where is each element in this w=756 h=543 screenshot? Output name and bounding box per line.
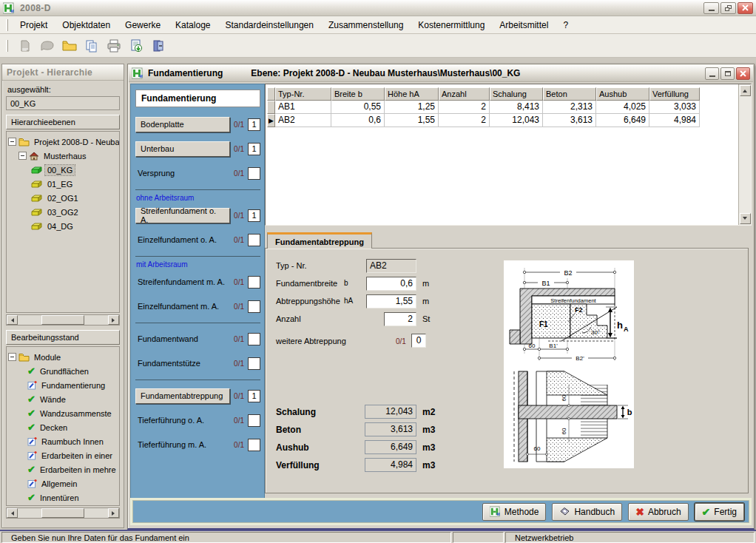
scroll-left-icon[interactable] xyxy=(7,508,18,518)
table-cell[interactable]: 0,55 xyxy=(331,101,385,114)
bodenplatte-button[interactable]: Bodenplatte xyxy=(135,117,230,132)
menu-help[interactable]: ? xyxy=(556,18,576,33)
versprung-label[interactable]: Versprung xyxy=(135,169,230,178)
open-folder-icon[interactable] xyxy=(60,36,79,55)
menu-zusammenstellung[interactable]: Zusammenstellung xyxy=(321,18,411,33)
tieferfuehrung-oa-label[interactable]: Tieferführung o. A. xyxy=(135,416,230,425)
scroll-left-icon[interactable] xyxy=(7,315,18,325)
handbuch-button[interactable]: Handbuch xyxy=(552,503,622,521)
fundamentwand-count-box[interactable] xyxy=(248,333,260,345)
tab-fundamentabtreppung[interactable]: Fundamentabtreppung xyxy=(267,232,372,249)
scroll-down-icon[interactable] xyxy=(740,213,751,224)
toolbar-grip[interactable] xyxy=(6,40,8,52)
unterbau-button[interactable]: Unterbau xyxy=(135,141,230,157)
tree-item-02-og1[interactable]: 02_OG1 xyxy=(8,191,118,205)
export-icon[interactable] xyxy=(126,36,146,55)
table-cell[interactable]: 1,55 xyxy=(385,114,439,127)
app-restore-button[interactable] xyxy=(720,2,736,14)
column-header-anzahl[interactable]: Anzahl xyxy=(439,87,490,101)
collapse-icon[interactable] xyxy=(18,152,27,160)
module-item-allgemein[interactable]: Allgemein xyxy=(8,476,118,490)
module-minimize-button[interactable] xyxy=(705,67,719,80)
module-item-decken[interactable]: ✔ Decken xyxy=(8,420,118,434)
module-item-erdarbeiten-1[interactable]: Erdarbeiten in einer xyxy=(8,448,118,462)
streifenfundament-ma-count-box[interactable] xyxy=(248,276,260,289)
fundamentabtreppung-count-box[interactable]: 1 xyxy=(248,390,260,402)
module-item-innentueren[interactable]: ✔ Innentüren xyxy=(8,490,118,505)
table-cell[interactable]: AB2 xyxy=(275,114,331,127)
einzelfundament-oa-label[interactable]: Einzelfundament o. A. xyxy=(135,235,230,244)
menubar-grip[interactable] xyxy=(6,19,8,31)
column-header-aushub[interactable]: Aushub xyxy=(596,87,649,101)
column-header-beton[interactable]: Beton xyxy=(543,87,596,101)
scrollbar-thumb[interactable] xyxy=(41,315,84,325)
unterbau-count-box[interactable]: 1 xyxy=(248,143,260,155)
tree-item-04-dg[interactable]: 04_DG xyxy=(8,219,118,233)
column-header-typ-nr[interactable]: Typ-Nr. xyxy=(275,87,331,101)
einzelfundament-oa-count-box[interactable] xyxy=(248,234,260,246)
menu-standardeinstellungen[interactable]: Standardeinstellungen xyxy=(217,18,320,33)
progress-tree-hscrollbar[interactable] xyxy=(6,507,120,519)
table-cell[interactable]: 8,413 xyxy=(490,101,543,114)
tree-item-musterhaus[interactable]: Musterhaus xyxy=(8,149,118,163)
new-document-icon[interactable] xyxy=(16,36,35,55)
table-cell[interactable]: 12,043 xyxy=(490,114,543,127)
progress-panel-title[interactable]: Bearbeitungsstand xyxy=(6,330,120,345)
table-cell[interactable]: 6,649 xyxy=(596,114,649,127)
tree-item-project[interactable]: Projekt 2008-D - Neubau xyxy=(8,135,118,149)
table-cell[interactable]: 3,613 xyxy=(543,114,596,127)
column-header-hoehe[interactable]: Höhe hA xyxy=(385,87,439,101)
table-cell[interactable]: 3,033 xyxy=(649,101,700,114)
table-cell[interactable]: 2 xyxy=(439,101,490,114)
app-minimize-button[interactable] xyxy=(703,2,719,14)
fundamentbreite-input[interactable]: 0,6 xyxy=(366,277,416,291)
module-item-grundflaechen[interactable]: ✔ Grundflächen xyxy=(8,364,118,378)
scrollbar-thumb[interactable] xyxy=(41,508,84,518)
scroll-up-icon[interactable] xyxy=(740,85,751,96)
table-cell[interactable]: 0,6 xyxy=(331,114,385,127)
tree-item-01-eg[interactable]: 01_EG xyxy=(8,177,118,191)
methode-button[interactable]: M Methode xyxy=(482,503,547,521)
app-close-button[interactable] xyxy=(738,2,753,14)
fertig-button[interactable]: ✔ Fertig xyxy=(695,503,744,521)
abbruch-button[interactable]: ✖ Abbruch xyxy=(628,503,688,521)
table-vscrollbar[interactable] xyxy=(738,84,751,225)
fundamentabtreppung-button[interactable]: Fundamentabtreppung xyxy=(135,388,230,404)
menu-objektdaten[interactable]: Objektdaten xyxy=(55,18,118,33)
hierarchy-levels-button[interactable]: Hierarchieebenen xyxy=(6,115,120,129)
einzelfundament-ma-count-box[interactable] xyxy=(248,300,260,313)
streifenfundament-ma-label[interactable]: Streifenfundament m. A. xyxy=(135,277,230,286)
hierarchy-tree-hscrollbar[interactable] xyxy=(6,314,120,326)
bodenplatte-count-box[interactable]: 1 xyxy=(248,118,260,131)
table-cell[interactable]: 2,313 xyxy=(543,101,596,114)
module-item-wandzusammenstellung[interactable]: ✔ Wandzusammenste xyxy=(8,406,118,420)
einzelfundament-ma-label[interactable]: Einzelfundament m. A. xyxy=(135,302,230,311)
menu-kataloge[interactable]: Kataloge xyxy=(168,18,217,33)
tieferfuehrung-oa-count-box[interactable] xyxy=(248,414,260,427)
versprung-count-box[interactable] xyxy=(248,167,260,180)
module-item-waende[interactable]: ✔ Wände xyxy=(8,392,118,406)
module-item-fundamentierung[interactable]: Fundamentierung xyxy=(8,378,118,392)
column-header-schalung[interactable]: Schalung xyxy=(490,87,543,101)
menu-gewerke[interactable]: Gewerke xyxy=(118,18,168,33)
fundamentwand-label[interactable]: Fundamentwand xyxy=(135,334,230,343)
tree-item-00-kg[interactable]: 00_KG xyxy=(8,163,118,177)
anzahl-input[interactable]: 2 xyxy=(384,312,416,326)
tieferfuehrung-ma-label[interactable]: Tieferführung m. A. xyxy=(135,440,230,449)
module-maximize-button[interactable] xyxy=(720,67,735,80)
column-header-verfuellung[interactable]: Verfüllung xyxy=(649,87,700,101)
weitere-abtreppung-input[interactable]: 0 xyxy=(411,334,426,348)
fundamentstuetze-label[interactable]: Fundamentstütze xyxy=(135,359,230,368)
module-close-button[interactable] xyxy=(736,67,750,80)
tree-item-03-og2[interactable]: 03_OG2 xyxy=(8,205,118,219)
table-cell[interactable]: 1,25 xyxy=(385,101,439,114)
fundamentstuetze-count-box[interactable] xyxy=(248,357,260,370)
collapse-icon[interactable] xyxy=(8,353,16,361)
exit-icon[interactable] xyxy=(149,36,168,55)
module-item-erdarbeiten-2[interactable]: ✔ Erdarbeiten in mehre xyxy=(8,462,118,476)
module-item-raumbuch-innen[interactable]: Raumbuch Innen xyxy=(8,434,118,448)
menu-projekt[interactable]: Projekt xyxy=(13,18,55,33)
scroll-right-icon[interactable] xyxy=(108,508,119,518)
table-cell[interactable]: 4,984 xyxy=(649,114,700,127)
menu-kostenermittlung[interactable]: Kostenermittlung xyxy=(411,18,492,33)
